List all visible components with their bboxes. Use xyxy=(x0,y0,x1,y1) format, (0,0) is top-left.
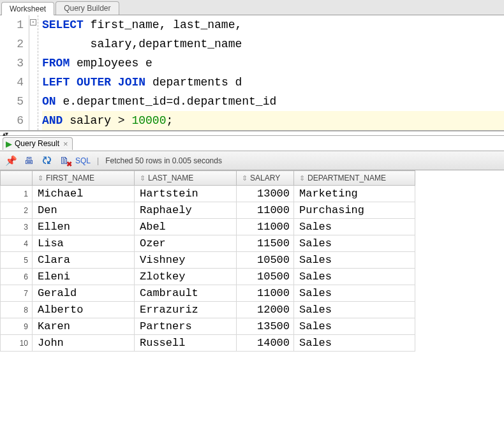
column-header-first-name[interactable]: ⇕FIRST_NAME xyxy=(33,171,135,186)
line-number: 2 xyxy=(0,34,24,54)
refresh-icon[interactable]: 🗘 xyxy=(40,154,54,168)
table-row[interactable]: 4LisaOzer11500Sales xyxy=(1,235,415,252)
table-row[interactable]: 1MichaelHartstein13000Marketing xyxy=(1,186,415,202)
cell-salary[interactable]: 11000 xyxy=(237,202,294,219)
cell-salary[interactable]: 14000 xyxy=(237,335,294,352)
editor-tabbar: Worksheet Query Builder xyxy=(0,0,504,15)
cell-last-name[interactable]: Partners xyxy=(135,318,237,335)
cell-first-name[interactable]: Eleni xyxy=(33,269,135,285)
cell-last-name[interactable]: Raphaely xyxy=(135,202,237,219)
results-grid[interactable]: ⇕FIRST_NAME ⇕LAST_NAME ⇕SALARY ⇕DEPARTME… xyxy=(0,170,504,352)
cell-salary[interactable]: 11000 xyxy=(237,285,294,302)
fetch-status: Fetched 50 rows in 0.005 seconds xyxy=(105,156,222,165)
toolbar-separator: | xyxy=(97,156,99,165)
cell-first-name[interactable]: Michael xyxy=(33,186,135,202)
code-line[interactable]: SELECT first_name, last_name, xyxy=(42,15,504,34)
sql-link[interactable]: SQL xyxy=(75,156,91,165)
line-number: 1 xyxy=(0,15,24,34)
cell-salary[interactable]: 11000 xyxy=(237,219,294,235)
cell-first-name[interactable]: Den xyxy=(33,202,135,219)
line-number: 3 xyxy=(0,54,24,73)
cell-last-name[interactable]: Vishney xyxy=(135,252,237,269)
tab-query-result[interactable]: ▶ Query Result × xyxy=(3,137,73,150)
cell-salary[interactable]: 10500 xyxy=(237,269,294,285)
code-line[interactable]: LEFT OUTER JOIN departments d xyxy=(42,73,504,92)
tab-worksheet[interactable]: Worksheet xyxy=(1,2,54,15)
cell-first-name[interactable]: Lisa xyxy=(33,235,135,252)
cell-salary[interactable]: 12000 xyxy=(237,302,294,318)
tab-query-builder[interactable]: Query Builder xyxy=(56,1,119,15)
cell-last-name[interactable]: Abel xyxy=(135,219,237,235)
pin-icon[interactable]: 📌 xyxy=(4,154,18,168)
play-icon: ▶ xyxy=(6,139,12,149)
table-row[interactable]: 5ClaraVishney10500Sales xyxy=(1,252,415,269)
row-number: 6 xyxy=(1,269,33,285)
cell-department[interactable]: Sales xyxy=(294,269,415,285)
close-icon[interactable]: × xyxy=(63,139,68,149)
cell-salary[interactable]: 10500 xyxy=(237,252,294,269)
row-number: 8 xyxy=(1,302,33,318)
line-number: 5 xyxy=(0,92,24,111)
table-row[interactable]: 10JohnRussell14000Sales xyxy=(1,335,415,352)
table-row[interactable]: 8AlbertoErrazuriz12000Sales xyxy=(1,302,415,318)
divider-arrows-icon: ▴▾ xyxy=(3,130,8,137)
cell-department[interactable]: Sales xyxy=(294,335,415,352)
cell-department[interactable]: Sales xyxy=(294,219,415,235)
cell-first-name[interactable]: Ellen xyxy=(33,219,135,235)
row-number: 7 xyxy=(1,285,33,302)
fold-toggle-icon[interactable]: - xyxy=(30,19,36,26)
code-line[interactable]: ON e.department_id=d.department_id xyxy=(42,92,504,111)
cell-last-name[interactable]: Russell xyxy=(135,335,237,352)
cell-salary[interactable]: 13000 xyxy=(237,186,294,202)
table-row[interactable]: 9KarenPartners13500Sales xyxy=(1,318,415,335)
row-number: 2 xyxy=(1,202,33,219)
table-row[interactable]: 7GeraldCambrault11000Sales xyxy=(1,285,415,302)
rownum-header[interactable] xyxy=(1,171,33,186)
line-number: 6 xyxy=(0,111,24,130)
cell-first-name[interactable]: Alberto xyxy=(33,302,135,318)
result-tab-label: Query Result xyxy=(15,139,59,148)
row-number: 1 xyxy=(1,186,33,202)
table-row[interactable]: 2DenRaphaely11000Purchasing xyxy=(1,202,415,219)
code-line[interactable]: AND salary > 10000; xyxy=(42,111,504,130)
cell-last-name[interactable]: Ozer xyxy=(135,235,237,252)
sort-icon: ⇕ xyxy=(299,174,305,182)
cell-last-name[interactable]: Hartstein xyxy=(135,186,237,202)
table-row[interactable]: 3EllenAbel11000Sales xyxy=(1,219,415,235)
clear-icon[interactable]: 🗎✖ xyxy=(57,154,71,168)
editor-gutter: 123456 xyxy=(0,15,29,130)
result-toolbar: 📌 🖶 🗘 🗎✖ SQL | Fetched 50 rows in 0.005 … xyxy=(0,151,504,170)
row-number: 5 xyxy=(1,252,33,269)
editor-code[interactable]: SELECT first_name, last_name, salary,dep… xyxy=(38,15,504,130)
result-tabbar: ▶ Query Result × xyxy=(0,136,504,151)
column-header-salary[interactable]: ⇕SALARY xyxy=(237,171,294,186)
cell-salary[interactable]: 13500 xyxy=(237,318,294,335)
cell-department[interactable]: Sales xyxy=(294,235,415,252)
sql-editor[interactable]: 123456 - SELECT first_name, last_name, s… xyxy=(0,15,504,131)
column-header-department-name[interactable]: ⇕DEPARTMENT_NAME xyxy=(294,171,415,186)
table-row[interactable]: 6EleniZlotkey10500Sales xyxy=(1,269,415,285)
row-number: 10 xyxy=(1,335,33,352)
cell-department[interactable]: Marketing xyxy=(294,186,415,202)
cell-salary[interactable]: 11500 xyxy=(237,235,294,252)
pane-divider[interactable]: ▴▾ xyxy=(0,131,504,136)
cell-department[interactable]: Sales xyxy=(294,252,415,269)
cell-department[interactable]: Sales xyxy=(294,302,415,318)
cell-first-name[interactable]: John xyxy=(33,335,135,352)
cell-first-name[interactable]: Clara xyxy=(33,252,135,269)
cell-first-name[interactable]: Gerald xyxy=(33,285,135,302)
print-icon[interactable]: 🖶 xyxy=(22,154,36,168)
cell-first-name[interactable]: Karen xyxy=(33,318,135,335)
cell-last-name[interactable]: Cambrault xyxy=(135,285,237,302)
column-header-last-name[interactable]: ⇕LAST_NAME xyxy=(135,171,237,186)
fold-column: - xyxy=(29,15,38,130)
cell-last-name[interactable]: Zlotkey xyxy=(135,269,237,285)
sort-icon: ⇕ xyxy=(140,174,145,182)
cell-department[interactable]: Sales xyxy=(294,318,415,335)
cell-department[interactable]: Purchasing xyxy=(294,202,415,219)
code-line[interactable]: FROM employees e xyxy=(42,54,504,73)
cell-department[interactable]: Sales xyxy=(294,285,415,302)
code-line[interactable]: salary,department_name xyxy=(42,34,504,54)
cell-last-name[interactable]: Errazuriz xyxy=(135,302,237,318)
sort-icon: ⇕ xyxy=(242,174,248,182)
